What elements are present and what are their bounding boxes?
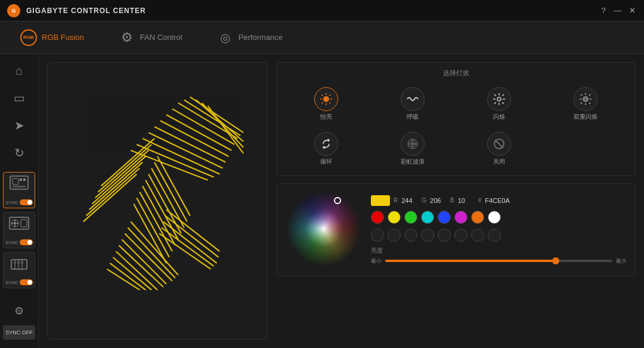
svg-point-7 bbox=[14, 222, 16, 224]
effect-doubleflash[interactable]: 双重闪烁 bbox=[544, 84, 627, 125]
preset-purple[interactable] bbox=[454, 211, 467, 224]
svg-point-81 bbox=[497, 97, 501, 101]
svg-line-80 bbox=[502, 94, 504, 96]
flash-label: 闪烁 bbox=[493, 113, 505, 121]
minimize-button[interactable]: — bbox=[613, 6, 623, 16]
brightness-thumb[interactable] bbox=[552, 257, 559, 264]
preset-empty-7[interactable] bbox=[471, 229, 484, 242]
perf-tab-icon: ◎ bbox=[217, 29, 234, 46]
preset-empty-4[interactable] bbox=[421, 229, 434, 242]
svg-rect-2 bbox=[20, 178, 22, 181]
sync-off-button[interactable]: SYNC OFF bbox=[3, 325, 35, 340]
preset-empty-8[interactable] bbox=[488, 229, 501, 242]
effect-breathe[interactable]: 呼吸 bbox=[371, 84, 454, 125]
svg-line-43 bbox=[151, 168, 184, 227]
effect-cycle[interactable]: 循环 bbox=[285, 128, 368, 170]
effect-flash[interactable]: 闪烁 bbox=[458, 84, 541, 125]
brightness-fill bbox=[385, 260, 556, 262]
nav-monitor[interactable]: ▭ bbox=[8, 87, 30, 109]
close-button[interactable]: ✕ bbox=[627, 6, 637, 16]
device-ram[interactable]: SYNC bbox=[3, 252, 35, 288]
svg-rect-3 bbox=[23, 178, 26, 181]
svg-rect-4 bbox=[13, 186, 26, 187]
svg-line-87 bbox=[589, 103, 590, 104]
sync-toggle-2[interactable] bbox=[20, 239, 33, 245]
svg-line-98 bbox=[495, 140, 503, 148]
nav-refresh[interactable]: ↻ bbox=[8, 142, 30, 164]
flash-icon bbox=[487, 87, 511, 111]
color-wheel-wrap bbox=[285, 190, 363, 270]
svg-line-55 bbox=[116, 251, 157, 290]
rgb-tab-icon: RGB bbox=[20, 29, 37, 46]
svg-line-71 bbox=[322, 103, 323, 104]
preset-blue[interactable] bbox=[438, 211, 451, 224]
svg-line-46 bbox=[143, 186, 175, 245]
svg-point-91 bbox=[584, 98, 587, 100]
help-button[interactable]: ? bbox=[599, 6, 608, 16]
content-area: 选择灯效 bbox=[39, 54, 644, 348]
steady-label: 恒亮 bbox=[320, 113, 332, 121]
g-label: G bbox=[422, 197, 426, 204]
brightness-max: 最大 bbox=[616, 257, 627, 265]
svg-line-72 bbox=[330, 95, 331, 96]
sync-toggle-1[interactable] bbox=[20, 199, 33, 205]
color-wheel[interactable] bbox=[285, 190, 363, 267]
effect-rainbow[interactable]: 彩虹波浪 bbox=[371, 128, 454, 170]
preset-green[interactable] bbox=[404, 211, 417, 224]
svg-line-77 bbox=[494, 94, 496, 96]
svg-rect-1 bbox=[13, 178, 18, 184]
svg-line-88 bbox=[581, 103, 582, 104]
cycle-label: 循环 bbox=[320, 158, 332, 166]
settings-icon[interactable]: ⚙ bbox=[8, 300, 30, 322]
effect-steady[interactable]: 恒亮 bbox=[285, 84, 368, 125]
device-motherboard[interactable]: SYNC bbox=[3, 172, 35, 208]
sync-label-3: SYNC bbox=[5, 280, 18, 285]
preset-empty-6[interactable] bbox=[454, 229, 467, 242]
preset-white[interactable] bbox=[488, 211, 501, 224]
hex-hash: # bbox=[478, 197, 482, 204]
svg-line-37 bbox=[92, 156, 146, 204]
nav-forward[interactable]: ➤ bbox=[8, 115, 30, 136]
preset-colors-row bbox=[371, 211, 627, 224]
brightness-row: 最小 最大 bbox=[371, 257, 627, 265]
effects-grid: 恒亮 呼吸 bbox=[285, 84, 627, 170]
tab-fan[interactable]: ⚙ FAN Control bbox=[110, 26, 191, 50]
preset-empty-3[interactable] bbox=[404, 229, 417, 242]
fan-tab-icon: ⚙ bbox=[119, 29, 135, 46]
main-layout: ⌂ ▭ ➤ ↻ SYNC bbox=[0, 54, 644, 348]
svg-point-90 bbox=[583, 97, 588, 101]
color-section: R 244 G 206 B 10 # F4CE0A bbox=[276, 183, 636, 276]
preset-empty-2[interactable] bbox=[388, 229, 401, 242]
preset-orange[interactable] bbox=[471, 211, 484, 224]
svg-line-57 bbox=[110, 263, 145, 290]
brightness-track[interactable] bbox=[385, 260, 612, 262]
sync-label-1: SYNC bbox=[5, 200, 18, 205]
preset-empty-5[interactable] bbox=[438, 229, 451, 242]
perf-tab-label: Performance bbox=[239, 33, 283, 42]
preset-red[interactable] bbox=[371, 211, 384, 224]
device-fan-card[interactable]: SYNC bbox=[3, 212, 35, 248]
svg-line-38 bbox=[89, 162, 143, 210]
sync-toggle-3[interactable] bbox=[20, 279, 33, 285]
steady-icon bbox=[314, 87, 338, 111]
sidebar: ⌂ ▭ ➤ ↻ SYNC bbox=[0, 54, 39, 348]
doubleflash-label: 双重闪烁 bbox=[574, 113, 597, 121]
tab-rgb[interactable]: RGB RGB Fusion bbox=[12, 26, 92, 50]
svg-line-45 bbox=[145, 180, 178, 239]
svg-point-64 bbox=[323, 96, 329, 102]
r-label: R bbox=[394, 197, 398, 204]
eagle-preview bbox=[48, 63, 267, 339]
effect-off[interactable]: 关闭 bbox=[458, 128, 541, 170]
preset-cyan[interactable] bbox=[421, 211, 434, 224]
preset-empty-1[interactable] bbox=[371, 229, 384, 242]
app-title: GIGABYTE CONTROL CENTER bbox=[26, 7, 599, 15]
cycle-icon bbox=[314, 132, 338, 156]
sync-badge-1: SYNC bbox=[5, 199, 33, 205]
svg-rect-17 bbox=[14, 261, 16, 264]
sync-badge-2: SYNC bbox=[5, 239, 33, 245]
tab-performance[interactable]: ◎ Performance bbox=[209, 26, 291, 50]
preset-yellow[interactable] bbox=[388, 211, 401, 224]
nav-home[interactable]: ⌂ bbox=[8, 60, 30, 81]
svg-rect-13 bbox=[11, 260, 27, 269]
off-label: 关闭 bbox=[493, 158, 505, 166]
